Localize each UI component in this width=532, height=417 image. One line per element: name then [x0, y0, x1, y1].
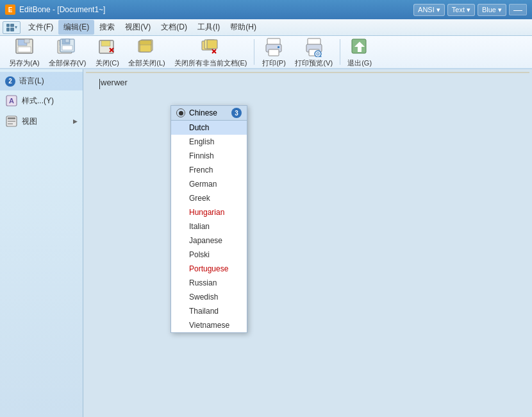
view-icon: [5, 115, 18, 128]
chevron-down-icon: ▾: [436, 6, 440, 14]
sidebar-label-style: 样式...(Y): [22, 96, 54, 106]
exit-button[interactable]: 退出(G): [344, 36, 376, 69]
dropdown-item-dutch[interactable]: Dutch: [171, 121, 247, 135]
toolbar-divider-2: [340, 39, 340, 65]
content-text: werwer: [101, 78, 128, 87]
close-button[interactable]: 关闭(C): [91, 36, 123, 69]
svg-rect-42: [8, 117, 15, 119]
dropdown-badge: 3: [231, 108, 242, 118]
print-button[interactable]: 打印(P): [258, 36, 290, 69]
svg-rect-43: [8, 121, 15, 122]
menu-view[interactable]: 视图(V): [120, 20, 156, 35]
main-area: 2 语言(L) A 样式...(Y) 视图: [0, 69, 532, 417]
menu-bar: ▾ 文件(F) 编辑(E) 搜索 视图(V) 文档(D) 工具(I) 帮助(H): [0, 19, 532, 36]
chevron-down-icon: ▾: [15, 24, 17, 30]
style-icon: A: [5, 94, 18, 107]
svg-rect-30: [278, 46, 279, 48]
dropdown-item-english[interactable]: English: [171, 135, 247, 149]
dropdown-item-swedish[interactable]: Swedish: [171, 290, 247, 304]
svg-rect-24: [207, 40, 217, 49]
save-as-button[interactable]: 另存为(A): [5, 36, 44, 69]
sidebar-item-style[interactable]: A 样式...(Y): [0, 90, 83, 111]
close-unsaved-label: 关闭所有非当前文档(E): [174, 58, 247, 68]
title-bar: E EditBone - [Document1~] ANSI ▾ Text ▾ …: [0, 0, 532, 19]
grid-icon: [6, 24, 14, 31]
app-icon: E: [5, 4, 15, 15]
title-text: EditBone - [Document1~]: [19, 5, 105, 14]
close-label: 关闭(C): [96, 58, 119, 68]
dropdown-item-portuguese[interactable]: Portuguese: [171, 262, 247, 276]
print-preview-icon: [304, 37, 324, 57]
menu-doc[interactable]: 文档(D): [156, 20, 192, 35]
menu-edit[interactable]: 编辑(E): [58, 20, 94, 35]
chevron-down-icon: ▾: [467, 6, 470, 14]
chevron-right-icon: ▶: [73, 118, 78, 124]
svg-rect-14: [101, 40, 110, 46]
print-icon: [263, 37, 284, 57]
print-preview-button[interactable]: 打印预览(V): [291, 36, 337, 69]
save-as-label: 另存为(A): [9, 58, 40, 68]
close-unsaved-icon: [201, 37, 221, 57]
title-bar-right: ANSI ▾ Text ▾ Blue ▾ —: [413, 4, 527, 16]
dropdown-header-label: Chinese: [189, 108, 231, 117]
dropdown-item-finnish[interactable]: Finnish: [171, 149, 247, 163]
toolbar: 另存为(A) 全部保存(V): [0, 36, 532, 69]
print-preview-label: 打印预览(V): [295, 58, 333, 68]
menu-toggle-button[interactable]: ▾: [3, 21, 21, 34]
text-cursor: [99, 79, 100, 89]
dropdown-item-japanese[interactable]: Japanese: [171, 234, 247, 248]
dropdown-item-russian[interactable]: Russian: [171, 276, 247, 290]
close-all-label: 全部关闭(L): [128, 58, 165, 68]
sidebar: 2 语言(L) A 样式...(Y) 视图: [0, 69, 83, 417]
dropdown-item-french[interactable]: French: [171, 163, 247, 177]
exit-label: 退出(G): [347, 58, 372, 68]
dropdown-item-hungarian[interactable]: Hungarian: [171, 205, 247, 219]
dropdown-item-thailand[interactable]: Thailand: [171, 304, 247, 318]
save-all-label: 全部保存(V): [49, 58, 87, 68]
title-bar-left: E EditBone - [Document1~]: [5, 4, 105, 15]
svg-rect-2: [18, 47, 31, 52]
dropdown-item-polski[interactable]: Polski: [171, 248, 247, 262]
content-area[interactable]: werwer: [86, 72, 529, 73]
dropdown-item-italian[interactable]: Italian: [171, 219, 247, 234]
dropdown-header: Chinese 3: [171, 106, 247, 121]
menu-file[interactable]: 文件(F): [23, 20, 58, 35]
save-all-icon: [57, 37, 78, 57]
svg-rect-21: [140, 40, 151, 45]
menu-search[interactable]: 搜索: [94, 20, 120, 35]
radio-selected-icon: [176, 108, 185, 117]
dropdown-item-german[interactable]: German: [171, 177, 247, 191]
close-all-icon: [137, 37, 157, 57]
sidebar-item-language[interactable]: 2 语言(L): [0, 72, 83, 90]
blue-dropdown[interactable]: Blue ▾: [478, 4, 506, 16]
toolbar-divider-1: [254, 39, 254, 65]
save-all-button[interactable]: 全部保存(V): [45, 36, 90, 69]
svg-rect-4: [24, 39, 29, 43]
exit-icon: [349, 37, 370, 57]
menu-tools[interactable]: 工具(I): [192, 20, 225, 35]
sidebar-item-view[interactable]: 视图 ▶: [0, 111, 83, 132]
svg-text:A: A: [9, 97, 14, 105]
sidebar-label-view: 视图: [22, 116, 37, 127]
svg-rect-44: [8, 123, 13, 124]
svg-rect-11: [62, 46, 72, 50]
text-dropdown[interactable]: Text ▾: [447, 4, 475, 16]
sidebar-badge-language: 2: [5, 76, 15, 87]
dropdown-item-vietnamese[interactable]: Vietnamese: [171, 318, 247, 332]
chevron-down-icon: ▾: [498, 6, 502, 14]
language-dropdown: Chinese 3 Dutch English Finnish French G…: [170, 105, 247, 333]
sidebar-label-language: 语言(L): [19, 76, 44, 87]
minimize-button[interactable]: —: [509, 4, 527, 15]
close-all-button[interactable]: 全部关闭(L): [124, 36, 169, 69]
ansi-dropdown[interactable]: ANSI ▾: [413, 4, 445, 16]
content-wrapper: werwer Chinese 3 Dutch English Finnish F…: [83, 69, 532, 417]
close-icon: [97, 37, 117, 57]
save-as-icon: [14, 37, 35, 57]
svg-rect-29: [269, 49, 279, 56]
dropdown-item-greek[interactable]: Greek: [171, 191, 247, 205]
svg-rect-12: [65, 39, 69, 42]
close-unsaved-button[interactable]: 关闭所有非当前文档(E): [170, 36, 251, 69]
menu-help[interactable]: 帮助(H): [225, 20, 262, 35]
print-label: 打印(P): [262, 58, 286, 68]
dropdown-label-dutch: Dutch: [189, 123, 209, 132]
